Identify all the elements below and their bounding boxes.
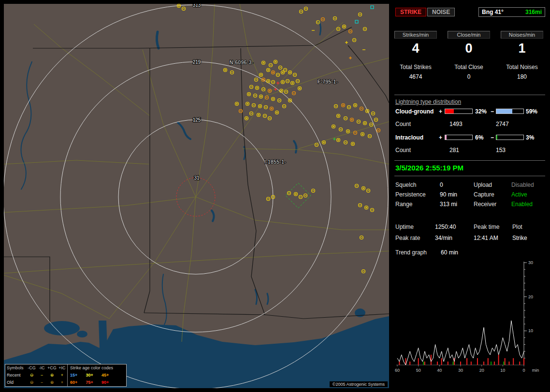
divider	[394, 95, 545, 95]
trend-graph-label: Trend graph	[395, 249, 427, 256]
map-legend: Symbols -CG -IC +CG +IC Strike age color…	[5, 364, 127, 387]
legend-ages-old: 60+ 75+ 90+	[67, 379, 126, 386]
ic-plus-old-icon: +	[57, 379, 67, 386]
datetime-display: 3/5/2026 2:55:19 PM	[395, 164, 463, 172]
receiver-status: Enabled	[511, 201, 533, 208]
plot-label: Plot	[512, 224, 522, 230]
ic-minus-icon: −	[37, 372, 47, 379]
cg-count-label: Count	[395, 121, 411, 127]
svg-text:50: 50	[416, 368, 421, 373]
capture-label: Capture	[474, 191, 494, 198]
total-close-value: 0	[448, 73, 490, 80]
svg-text:min: min	[532, 368, 539, 373]
legend-recent-label: Recent	[5, 372, 27, 379]
cg-plus-gauge	[445, 109, 473, 114]
peak-rate-label: Peak rate	[395, 235, 420, 241]
plot-mode-value: Strike	[512, 235, 527, 241]
plus-sign: +	[439, 134, 442, 141]
trend-window-value: 60 min	[441, 249, 458, 256]
legend-col-pos-cg: +CG	[47, 364, 57, 372]
legend-col-neg-cg: -CG	[27, 364, 37, 372]
ic-plus-icon: +	[57, 372, 67, 379]
noises-per-min-button[interactable]: Noises/min	[501, 31, 543, 39]
intracloud-label: Intracloud	[395, 134, 423, 141]
total-noises-value: 180	[501, 73, 543, 80]
cg-minus-old-icon: ⊖	[27, 379, 37, 386]
persistence-label: Persistence	[395, 191, 426, 198]
svg-text:F-795-1-: F-795-1-	[318, 79, 338, 84]
legend-col-neg-ic: -IC	[37, 364, 47, 372]
ic-minus-gauge	[496, 135, 524, 140]
trend-graph: 1020306050403020100min	[394, 260, 546, 374]
svg-text:10: 10	[500, 368, 505, 373]
lightning-map[interactable]: 31125219313N-6096-3-F-795-1-I-1855-1-	[4, 4, 389, 388]
svg-text:30: 30	[458, 368, 463, 373]
minus-sign: −	[491, 108, 494, 115]
cloud-ground-row: Cloud-ground + 32% − 59%	[395, 108, 546, 115]
ic-minus-pct: 3%	[526, 134, 534, 141]
total-noises-label: Total Noises	[501, 64, 543, 70]
strikes-per-min-button[interactable]: Strikes/min	[394, 31, 437, 39]
plus-sign: +	[439, 108, 442, 115]
strike-mode-button[interactable]: STRIKE	[395, 8, 426, 16]
svg-text:40: 40	[437, 368, 442, 373]
peak-time-value: 12:41 AM	[474, 235, 498, 241]
ic-minus-old-icon: −	[37, 379, 47, 386]
age-90: 90+	[101, 379, 116, 386]
age-45: 45+	[101, 372, 116, 379]
ic-plus-count: 281	[449, 147, 459, 154]
strikes-per-min-value: 4	[394, 41, 437, 56]
close-per-min-button[interactable]: Close/min	[448, 31, 490, 39]
svg-text:20: 20	[479, 368, 484, 373]
cg-minus-pct: 59%	[526, 108, 537, 115]
ic-count-label: Count	[395, 147, 411, 154]
ic-plus-pct: 6%	[475, 134, 483, 141]
noise-mode-button[interactable]: NOISE	[427, 8, 455, 16]
close-per-min-value: 0	[448, 41, 490, 56]
persistence-value: 90 min	[440, 191, 457, 198]
age-60: 60+	[70, 379, 85, 386]
svg-text:219: 219	[193, 59, 201, 65]
noises-per-min-value: 1	[501, 41, 543, 56]
upload-label: Upload	[474, 182, 492, 188]
intracloud-count-row: Count 281 153	[395, 147, 546, 154]
divider	[394, 176, 545, 176]
total-strikes-value: 4674	[394, 73, 437, 80]
cg-minus-count: 2747	[496, 121, 509, 127]
svg-text:313: 313	[193, 4, 201, 8]
ic-plus-gauge	[445, 135, 473, 140]
svg-text:60: 60	[395, 368, 400, 373]
nexstorm-window: 31125219313N-6096-3-F-795-1-I-1855-1- Sy…	[0, 0, 550, 392]
svg-text:125: 125	[193, 117, 201, 123]
legend-ages-recent: 15+ 30+ 45+	[67, 372, 126, 379]
cg-minus-gauge	[496, 109, 524, 114]
svg-text:N-6096-3-: N-6096-3-	[230, 60, 254, 65]
peak-time-label: Peak time	[474, 224, 499, 230]
legend-old-label: Old	[5, 379, 27, 386]
bearing-value: Bng 41°	[482, 9, 504, 15]
upload-status: Disabled	[511, 182, 534, 188]
total-strikes-label: Total Strikes	[394, 64, 437, 70]
age-30: 30+	[86, 372, 101, 379]
svg-text:20: 20	[528, 294, 533, 299]
divider	[394, 160, 545, 161]
svg-text:I-1855-1-: I-1855-1-	[264, 159, 286, 165]
legend-age-title: Strike age color codes	[67, 364, 126, 372]
receiver-label: Receiver	[474, 201, 496, 208]
range-label: Range	[395, 201, 412, 208]
range-value: 313 mi	[440, 201, 457, 208]
ic-minus-count: 153	[496, 147, 506, 154]
legend-symbols-label: Symbols	[5, 364, 27, 372]
svg-text:10: 10	[528, 328, 533, 333]
legend-col-pos-ic: +IC	[57, 364, 67, 372]
peak-rate-value: 34/min	[435, 235, 452, 241]
lightning-map-area[interactable]: 31125219313N-6096-3-F-795-1-I-1855-1- Sy…	[4, 4, 389, 388]
cg-plus-pct: 32%	[475, 108, 487, 115]
age-75: 75+	[86, 379, 101, 386]
intracloud-row: Intracloud + 6% − 3%	[395, 134, 546, 141]
cloud-ground-label: Cloud-ground	[395, 108, 434, 115]
capture-status: Active	[511, 191, 527, 198]
bearing-readout: Bng 41° 316mi	[478, 7, 545, 17]
bearing-range-value: 316mi	[525, 9, 542, 15]
copyright-label: ©2005 Astrogenic Systems	[330, 381, 388, 387]
